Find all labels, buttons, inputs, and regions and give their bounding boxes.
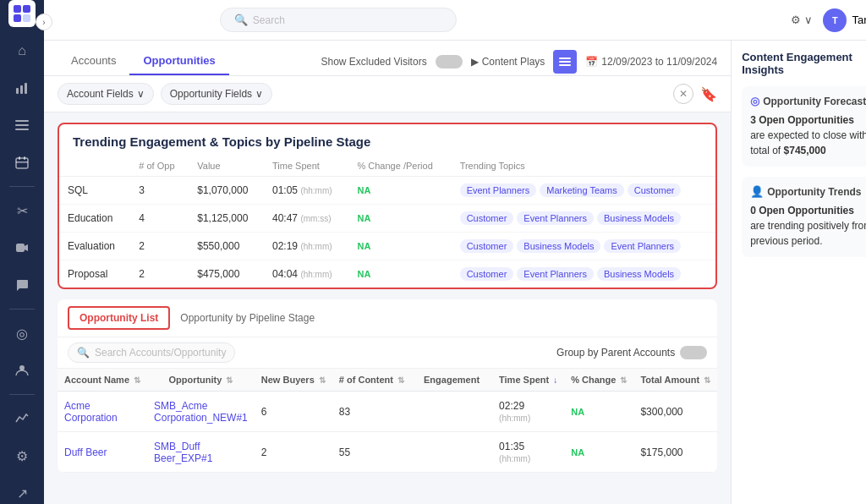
topic-tag: Customer: [460, 267, 514, 281]
sidebar-item-share[interactable]: ↗: [5, 476, 39, 504]
topic-tag: Event Planners: [604, 239, 681, 253]
logo-icon: [8, 0, 36, 27]
svg-rect-3: [23, 14, 30, 22]
main-panel: Accounts Opportunities Show Excluded Vis…: [44, 41, 731, 504]
num-opp-cell: 3: [130, 177, 189, 205]
engagement-sparkline: [418, 439, 485, 463]
svg-rect-10: [16, 158, 28, 168]
topic-tag: Business Models: [597, 211, 681, 225]
date-range[interactable]: 📅 12/09/2023 to 11/09/2024: [585, 56, 717, 68]
opp-col-time-spent: Time Spent ↓: [492, 369, 564, 392]
search-bar[interactable]: 🔍 Search: [220, 8, 457, 32]
trends-icon: 👤: [750, 185, 764, 198]
opp-table-row: Duff Beer SMB_Duff Beer_EXP#1 2 55 01:35…: [58, 432, 717, 473]
num-opp-cell: 2: [130, 260, 189, 288]
sort-icon-time[interactable]: ↓: [553, 375, 557, 385]
user-button[interactable]: T Tanya ∨: [823, 8, 866, 32]
opp-list-tabs: Opportunity List Opportunity by Pipeline…: [58, 299, 717, 337]
opp-search-input[interactable]: 🔍 Search Accounts/Opportunity: [68, 342, 235, 363]
opportunity-cell: SMB_Duff Beer_EXP#1: [147, 432, 255, 473]
user-avatar: T: [823, 8, 847, 32]
sort-icon-total[interactable]: ⇅: [704, 375, 710, 385]
sidebar-item-chat[interactable]: [5, 268, 39, 302]
svg-point-15: [19, 365, 25, 370]
svg-rect-16: [559, 58, 571, 59]
expand-button[interactable]: ›: [36, 14, 52, 30]
svg-rect-1: [23, 5, 30, 13]
tab-accounts[interactable]: Accounts: [58, 47, 129, 75]
trends-label: Opportunity Trends: [767, 186, 861, 198]
opportunity-link[interactable]: SMB_Acme Corporation_NEW#1: [154, 400, 248, 424]
search-placeholder: Search: [253, 14, 285, 26]
clear-filters-button[interactable]: ✕: [673, 84, 693, 104]
sidebar-item-settings[interactable]: ⚙: [5, 439, 39, 473]
sidebar-divider-2: [9, 309, 35, 310]
account-fields-label: Account Fields: [67, 88, 134, 100]
account-link[interactable]: Duff Beer: [64, 446, 107, 458]
search-icon: 🔍: [234, 14, 248, 26]
sidebar-item-video[interactable]: [5, 231, 39, 265]
content-plays-button[interactable]: ▶ Content Plays: [471, 56, 545, 68]
num-content-cell: 83: [332, 392, 411, 432]
value-cell: $550,000: [189, 233, 264, 260]
trends-text: 0 Open Opportunities are trending positi…: [750, 203, 866, 249]
trends-description: are trending positively from the previou…: [750, 220, 866, 247]
opp-pipeline-tab[interactable]: Opportunity by Pipeline Stage: [180, 312, 315, 324]
sort-icon-pct[interactable]: ⇅: [620, 375, 627, 385]
sidebar-item-analytics[interactable]: [5, 71, 39, 105]
sidebar-item-profile[interactable]: [5, 353, 39, 387]
account-fields-dropdown[interactable]: Account Fields ∨: [58, 83, 154, 105]
opportunity-fields-dropdown[interactable]: Opportunity Fields ∨: [161, 83, 272, 105]
account-link[interactable]: Acme Corporation: [64, 400, 118, 424]
bookmark-button[interactable]: 🔖: [700, 86, 717, 102]
gear-icon: ⚙: [791, 14, 801, 26]
topics-cell: CustomerBusiness ModelsEvent Planners: [452, 233, 716, 260]
sidebar-item-home[interactable]: ⌂: [5, 34, 39, 68]
svg-rect-4: [16, 88, 19, 94]
pct-change-cell: NA: [348, 177, 451, 205]
opp-col-engagement: Engagement: [411, 369, 492, 392]
settings-button[interactable]: ⚙ ∨: [791, 14, 813, 26]
filter-view-button[interactable]: [553, 50, 577, 74]
sort-icon-account[interactable]: ⇅: [134, 375, 140, 385]
group-by-control: Group by Parent Accounts: [556, 346, 707, 359]
sidebar-item-calendar[interactable]: [5, 145, 39, 179]
svg-rect-18: [559, 64, 571, 66]
sort-icon-opp[interactable]: ⇅: [226, 375, 233, 385]
main-content: 🔍 Search ⚙ ∨ T Tanya ∨ Acc: [44, 0, 866, 504]
date-range-text: 12/09/2023 to 11/09/2024: [601, 56, 717, 68]
pct-change-cell2: NA: [564, 392, 633, 432]
forecast-amount: $745,000: [784, 145, 826, 156]
stage-cell: SQL: [59, 177, 130, 205]
search-icon-small: 🔍: [77, 347, 90, 359]
pct-change-cell: NA: [348, 233, 451, 260]
total-amount-cell: $175,000: [633, 432, 717, 473]
stage-cell: Evaluation: [59, 233, 130, 260]
topics-cell: Event PlannersMarketing TeamsCustomer: [452, 177, 716, 205]
svg-rect-0: [14, 5, 21, 13]
opp-list-tab[interactable]: Opportunity List: [68, 306, 170, 330]
sort-icon-buyers[interactable]: ⇅: [319, 375, 326, 385]
show-excluded-toggle[interactable]: [436, 55, 463, 68]
sidebar-item-list[interactable]: [5, 108, 39, 142]
group-by-toggle[interactable]: [680, 346, 707, 359]
user-name: Tanya: [852, 14, 866, 26]
opp-col-pct-change: % Change ⇅: [564, 369, 633, 392]
value-cell: $475,000: [189, 260, 264, 288]
stage-cell: Proposal: [59, 260, 130, 288]
sort-icon-content[interactable]: ⇅: [397, 375, 404, 385]
topic-tag: Event Planners: [517, 211, 594, 225]
account-name-cell: Duff Beer: [58, 432, 147, 473]
tab-opportunities[interactable]: Opportunities: [129, 47, 228, 75]
filter-row: Account Fields ∨ Opportunity Fields ∨ ✕ …: [44, 76, 731, 112]
opportunity-link[interactable]: SMB_Duff Beer_EXP#1: [154, 441, 212, 464]
opp-col-opportunity: Opportunity ⇅: [147, 369, 255, 392]
sidebar-item-chart[interactable]: [5, 402, 39, 436]
svg-rect-2: [14, 14, 21, 22]
svg-rect-7: [15, 120, 29, 122]
sidebar-item-location[interactable]: ◎: [5, 316, 39, 350]
forecast-icon: ◎: [750, 95, 759, 107]
sidebar-item-tools[interactable]: ✂: [5, 194, 39, 227]
opp-table-row: Acme Corporation SMB_Acme Corporation_NE…: [58, 392, 717, 432]
forecast-card: ◎ Opportunity Forecast ⓘ ∨ 3 Open Opport…: [742, 86, 866, 167]
